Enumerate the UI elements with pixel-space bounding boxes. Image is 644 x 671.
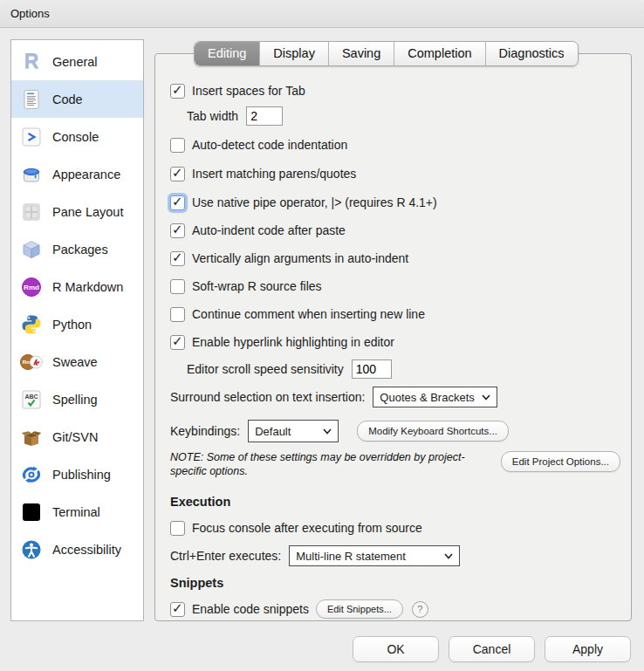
sidebar-item-label: Git/SVN [52, 430, 98, 444]
keybindings-select[interactable]: Default [248, 420, 339, 442]
svg-text:Rmd: Rmd [24, 284, 39, 291]
sidebar-item-appearance[interactable]: Appearance [11, 155, 143, 193]
pane-grid-icon [19, 201, 44, 223]
option-label: Insert matching parens/quotes [192, 167, 356, 181]
publish-sync-icon [19, 463, 44, 486]
sidebar-item-console[interactable]: Console [11, 118, 143, 155]
cancel-button[interactable]: Cancel [449, 636, 535, 662]
option-label: Insert spaces for Tab [192, 84, 305, 98]
sidebar-item-publishing[interactable]: Publishing [11, 455, 143, 493]
accessibility-person-icon [19, 538, 44, 561]
auto-detect-indent-checkbox[interactable] [170, 138, 185, 153]
ctrl-enter-select[interactable]: Multi-line R statement [289, 545, 460, 566]
keybindings-label: Keybindings: [170, 424, 240, 438]
sidebar-item-packages[interactable]: Packages [11, 230, 143, 268]
option-label: Enable code snippets [192, 602, 309, 616]
sidebar-item-python[interactable]: Python [11, 305, 143, 343]
tab-saving[interactable]: Saving [329, 42, 394, 65]
apply-button[interactable]: Apply [545, 636, 631, 662]
matching-parens-checkbox[interactable] [170, 167, 185, 181]
rnw-pdf-icon: Rnw [19, 351, 44, 373]
chevron-down-icon [482, 394, 490, 401]
surround-selection-label: Surround selection on text insertion: [170, 390, 365, 404]
sidebar-item-label: R Markdown [52, 280, 123, 294]
surround-selection-select[interactable]: Quotes & Brackets [373, 387, 497, 407]
option-continue-comment: Continue comment when inserting new line [170, 304, 620, 325]
tab-width-row: Tab width [187, 105, 620, 127]
tab-editing[interactable]: Editing [195, 42, 260, 65]
sidebar-item-accessibility[interactable]: Accessibility [11, 531, 143, 568]
focus-console-checkbox[interactable] [170, 521, 185, 536]
sidebar-item-label: Code [52, 92, 83, 106]
enable-snippets-checkbox[interactable] [170, 602, 185, 617]
sidebar-item-label: Accessibility [52, 543, 121, 557]
option-native-pipe: Use native pipe operator, |> (requires R… [170, 192, 620, 213]
option-vertically-align: Vertically align arguments in auto-inden… [170, 248, 620, 269]
sidebar-item-general[interactable]: R General [11, 43, 143, 80]
note-row: NOTE: Some of these settings may be over… [170, 451, 620, 491]
select-value: Multi-line R statement [296, 550, 406, 563]
modify-keyboard-shortcuts-button[interactable]: Modify Keyboard Shortcuts... [357, 421, 509, 442]
tab-completion[interactable]: Completion [394, 42, 485, 65]
option-soft-wrap: Soft-wrap R source files [170, 276, 620, 297]
sidebar-item-sweave[interactable]: Rnw Sweave [11, 343, 143, 380]
insert-spaces-checkbox[interactable] [170, 84, 185, 99]
help-icon[interactable]: ? [412, 601, 428, 618]
continue-comment-checkbox[interactable] [170, 307, 185, 322]
option-label: Auto-detect code indentation [192, 138, 347, 152]
tab-diagnostics[interactable]: Diagnostics [486, 42, 578, 65]
vertically-align-checkbox[interactable] [170, 251, 185, 266]
svg-text:ABC: ABC [24, 393, 38, 399]
options-dialog: { "window": { "title": "Options" }, "sid… [0, 0, 644, 671]
code-document-icon [19, 88, 44, 111]
select-value: Quotes & Brackets [380, 391, 474, 404]
ctrl-enter-label: Ctrl+Enter executes: [170, 549, 281, 563]
sidebar-item-terminal[interactable]: Terminal [11, 493, 143, 531]
option-hyperlink-highlight: Enable hyperlink highlighting in editor [170, 332, 620, 353]
sidebar-item-git-svn[interactable]: Git/SVN [11, 418, 143, 455]
sidebar-item-label: Python [52, 318, 92, 332]
execution-heading: Execution [170, 493, 620, 510]
option-auto-indent-paste: Auto-indent code after paste [170, 220, 620, 241]
ok-button[interactable]: OK [353, 636, 439, 662]
sidebar-item-code[interactable]: Code [11, 80, 143, 118]
tab-display[interactable]: Display [260, 42, 329, 65]
sidebar-item-label: Packages [52, 243, 108, 257]
tab-width-label: Tab width [187, 109, 238, 123]
enable-snippets-row: Enable code snippets Edit Snippets... ? [170, 599, 620, 620]
console-prompt-icon [19, 126, 44, 148]
sidebar-item-r-markdown[interactable]: Rmd R Markdown [11, 268, 143, 305]
window-titlebar[interactable]: Options [0, 0, 644, 28]
edit-project-options-button[interactable]: Edit Project Options... [501, 451, 620, 472]
chevron-down-icon [444, 553, 453, 559]
scroll-speed-input[interactable] [352, 359, 392, 379]
hyperlink-highlight-checkbox[interactable] [170, 335, 185, 350]
sidebar-item-label: Publishing [52, 468, 111, 482]
keybindings-row: Keybindings: Default Modify Keyboard Sho… [170, 419, 620, 443]
sidebar-item-spelling[interactable]: ABC Spelling [11, 380, 143, 418]
sidebar-item-label: General [52, 55, 98, 69]
abc-check-icon: ABC [19, 388, 44, 411]
ctrl-enter-row: Ctrl+Enter executes: Multi-line R statem… [170, 544, 620, 567]
surround-selection-row: Surround selection on text insertion: Qu… [170, 386, 620, 408]
edit-snippets-button[interactable]: Edit Snippets... [316, 599, 403, 619]
auto-indent-paste-checkbox[interactable] [170, 223, 185, 238]
sidebar-item-label: Pane Layout [52, 205, 123, 219]
package-cube-icon [19, 238, 44, 261]
snippets-heading: Snippets [170, 574, 620, 592]
note-text: NOTE: Some of these settings may be over… [170, 451, 475, 478]
select-value: Default [255, 425, 291, 438]
native-pipe-checkbox[interactable] [170, 195, 185, 210]
option-insert-spaces: Insert spaces for Tab [170, 80, 620, 101]
window-title: Options [10, 7, 50, 20]
soft-wrap-checkbox[interactable] [170, 279, 185, 294]
dialog-footer: OK Cancel Apply [353, 636, 631, 662]
sidebar-item-label: Console [52, 130, 99, 144]
tab-width-input[interactable] [246, 106, 283, 126]
option-label: Use native pipe operator, |> (requires R… [192, 195, 437, 209]
category-sidebar: R General Code Console [10, 39, 144, 621]
sidebar-item-pane-layout[interactable]: Pane Layout [11, 193, 143, 230]
python-logo-icon [19, 313, 44, 336]
settings-tabstrip: Editing Display Saving Completion Diagno… [194, 41, 579, 66]
option-matching-parens: Insert matching parens/quotes [170, 163, 620, 184]
